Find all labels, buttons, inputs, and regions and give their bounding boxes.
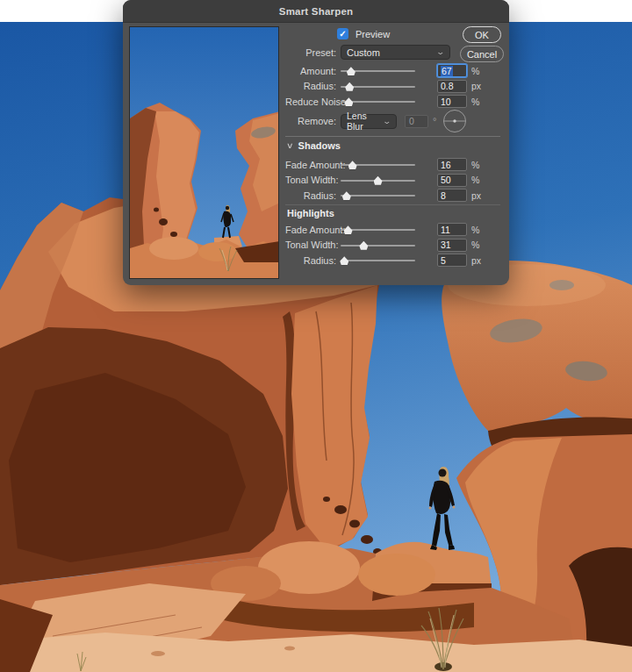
value-field[interactable]: 8 — [437, 189, 467, 202]
slider-track[interactable] — [341, 97, 415, 106]
remove-value: Lens Blur — [347, 111, 384, 132]
highlights-sliders-group: Fade Amount: 11 % Tonal Width: 31 % Radi… — [285, 222, 488, 268]
slider-track[interactable] — [341, 240, 415, 250]
angle-dial[interactable] — [442, 109, 467, 133]
angle-field[interactable]: 0 — [405, 115, 428, 128]
preview-checkbox-label: Preview — [356, 29, 390, 39]
main-sliders-group: Amount: 67 % Radius: 0.8 px Reduce Noise… — [285, 63, 488, 110]
unit-label: % — [467, 175, 488, 185]
chevron-down-icon: ⌄ — [383, 118, 392, 125]
unit-label: px — [467, 255, 488, 266]
value-field[interactable]: 0.8 — [437, 80, 467, 93]
unit-label: % — [467, 66, 488, 76]
slider-label: Radius: — [285, 255, 336, 266]
unit-label: px — [467, 81, 488, 91]
section-divider — [285, 136, 500, 137]
unit-label: % — [467, 160, 488, 170]
slider-track[interactable] — [341, 82, 415, 91]
unit-label: % — [467, 225, 488, 235]
preset-value: Custom — [347, 47, 380, 58]
slider-track[interactable] — [341, 190, 415, 200]
value-field[interactable]: 5 — [437, 254, 467, 267]
slider-label: Tonal Width: — [285, 239, 336, 250]
unit-label: % — [467, 97, 488, 107]
slider-track[interactable] — [341, 175, 415, 185]
slider-label: Tonal Width: — [285, 175, 336, 185]
value-field[interactable]: 16 — [437, 158, 467, 171]
degree-unit: ° — [433, 116, 436, 126]
preset-row: Preset: Custom ⌄ — [285, 45, 450, 60]
slider-thumb[interactable] — [348, 161, 357, 169]
shadows-header-label: Shadows — [298, 140, 341, 151]
preview-checkbox[interactable]: ✓ — [337, 28, 348, 39]
smart-sharpen-dialog: Smart Sharpen — [123, 0, 509, 285]
slider-label: Amount: — [285, 66, 336, 76]
slider-thumb[interactable] — [347, 67, 356, 75]
slider-label: Radius: — [285, 81, 336, 91]
shadows-header[interactable]: ∨ Shadows — [287, 140, 341, 151]
value-field[interactable]: 10 — [437, 95, 467, 108]
field-value: 10 — [441, 97, 451, 107]
field-value: 0.8 — [441, 81, 454, 91]
checkbox-check-icon: ✓ — [339, 29, 346, 39]
remove-label: Remove: — [285, 116, 336, 126]
remove-row: Remove: Lens Blur ⌄ 0 ° — [285, 109, 467, 133]
slider-thumb[interactable] — [374, 176, 383, 185]
highlights-header[interactable]: Highlights — [287, 208, 334, 218]
ok-button[interactable]: OK — [463, 26, 501, 43]
preset-dropdown[interactable]: Custom ⌄ — [341, 45, 450, 60]
slider-label: Fade Amount: — [285, 160, 336, 170]
dialog-titlebar[interactable]: Smart Sharpen — [123, 0, 509, 23]
slider-label: Radius: — [285, 190, 336, 201]
slider-thumb[interactable] — [359, 241, 368, 250]
dialog-title: Smart Sharpen — [279, 6, 353, 17]
unit-label: px — [467, 190, 488, 201]
slider-thumb[interactable] — [340, 256, 348, 265]
field-value: 8 — [441, 190, 446, 201]
preset-label: Preset: — [285, 47, 336, 58]
value-field[interactable]: 50 — [437, 174, 467, 187]
preview-thumbnail[interactable] — [129, 26, 279, 279]
value-field[interactable]: 11 — [437, 223, 467, 236]
remove-dropdown[interactable]: Lens Blur ⌄ — [341, 114, 397, 129]
highlights-header-label: Highlights — [287, 208, 334, 218]
slider-track[interactable] — [341, 225, 415, 234]
slider-thumb[interactable] — [345, 82, 354, 91]
field-value: 50 — [441, 175, 451, 185]
slider-label: Fade Amount: — [285, 225, 336, 235]
angle-value: 0 — [409, 116, 414, 126]
value-field[interactable]: 31 — [437, 239, 467, 252]
cancel-button[interactable]: Cancel — [460, 46, 504, 62]
preview-checkbox-row: ✓ Preview — [337, 28, 390, 39]
slider-track[interactable] — [341, 66, 415, 75]
field-value: 11 — [441, 225, 450, 235]
preview-image — [130, 27, 279, 279]
slider-track[interactable] — [341, 160, 415, 169]
section-divider — [285, 204, 500, 205]
field-value: 31 — [441, 239, 451, 250]
slider-label: Reduce Noise: — [285, 97, 336, 107]
field-value: 67 — [441, 66, 453, 76]
slider-track[interactable] — [341, 255, 415, 265]
field-value: 16 — [441, 160, 451, 170]
disclosure-chevron-icon[interactable]: ∨ — [286, 141, 294, 150]
slider-thumb[interactable] — [344, 225, 353, 234]
unit-label: % — [467, 239, 488, 250]
slider-thumb[interactable] — [342, 191, 351, 200]
value-field[interactable]: 67 — [437, 64, 467, 77]
field-value: 5 — [441, 255, 446, 266]
chevron-down-icon: ⌄ — [436, 48, 446, 56]
slider-thumb[interactable] — [344, 97, 353, 106]
shadows-sliders-group: Fade Amount: 16 % Tonal Width: 50 % Radi… — [285, 157, 488, 204]
